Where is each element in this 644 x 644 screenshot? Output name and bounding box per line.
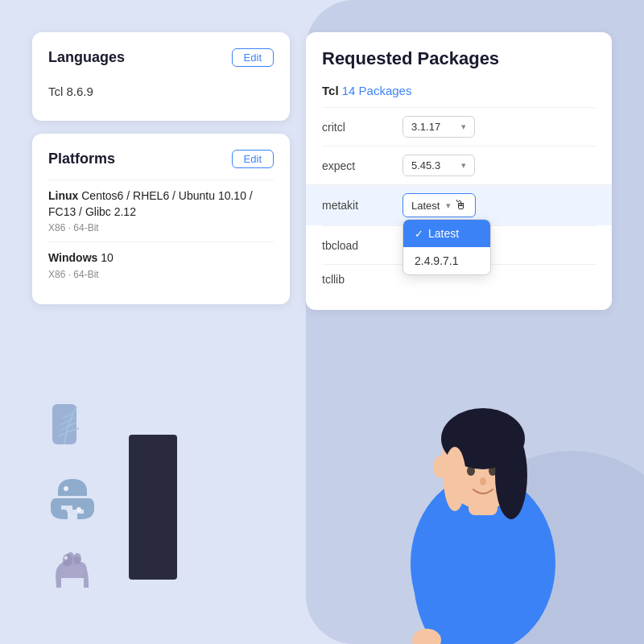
svg-point-4 [495,431,527,519]
package-row-critcl: critcl 3.1.17 ▾ [322,107,596,146]
svg-point-15 [76,507,81,512]
right-panel: Requested Packages Tcl 14 Packages critc… [306,32,612,310]
dropdown-item-label-2491: 2.4.9.7.1 [415,254,459,267]
package-row-expect: expect 5.45.3 ▾ [322,146,596,184]
version-select-expect[interactable]: 5.45.3 ▾ [402,155,475,176]
requested-packages-title: Requested Packages [322,48,596,69]
svg-point-16 [63,554,72,567]
version-value-metakit: Latest [411,200,440,212]
ui-panels: Languages Edit Tcl 8.6.9 Platforms Edit … [32,32,612,310]
svg-point-11 [489,466,497,476]
version-value-expect: 5.45.3 [411,159,440,171]
tcl-section-header: Tcl 14 Packages [322,84,596,97]
svg-point-5 [444,447,466,511]
platform-windows: Windows 10 X86 · 64-Bit [48,242,274,288]
tech-icons [48,402,97,596]
svg-point-10 [467,466,475,476]
platforms-card: Platforms Edit Linux Centos6 / RHEL6 / U… [32,134,290,304]
dropdown-item-latest[interactable]: ✓ Latest [403,220,490,247]
platform-windows-arch: X86 · 64-Bit [48,269,274,280]
perl-camel-icon [48,547,97,596]
person-illustration [370,306,596,644]
version-value-critcl: 3.1.17 [411,121,440,133]
tcl-name: Tcl [322,84,339,97]
dropdown-item-2491[interactable]: 2.4.9.7.1 [403,247,490,275]
tcl-count: 14 Packages [342,84,412,97]
svg-point-6 [433,456,449,478]
svg-point-18 [61,565,84,578]
version-select-metakit[interactable]: Latest ▾ 🖱 [402,193,476,217]
python-icon [48,475,97,523]
language-tcl: Tcl 8.6.9 [48,78,274,105]
monitor [129,435,177,580]
dropdown-wrapper-metakit: Latest ▾ 🖱 ✓ Latest 2.4.9.7.1 [402,193,476,217]
package-name-tcllib: tcllib [322,273,402,286]
platform-linux-arch: X86 · 64-Bit [48,222,274,233]
platform-linux-name: Linux Centos6 / RHEL6 / Ubuntu 10.10 / F… [48,188,274,220]
left-panel: Languages Edit Tcl 8.6.9 Platforms Edit … [32,32,290,310]
svg-point-19 [64,556,68,559]
platform-windows-bold: Windows [48,251,97,264]
languages-card: Languages Edit Tcl 8.6.9 [32,32,290,121]
platform-linux: Linux Centos6 / RHEL6 / Ubuntu 10.10 / F… [48,180,274,242]
package-name-tbcload: tbcload [322,239,402,252]
chevron-down-icon: ▾ [461,122,466,132]
version-select-critcl[interactable]: 3.1.17 ▾ [402,116,475,138]
svg-point-12 [480,477,486,485]
package-name-expect: expect [322,159,402,172]
languages-edit-button[interactable]: Edit [232,48,274,67]
chevron-down-icon: ▾ [446,200,451,211]
cursor-icon: 🖱 [454,198,467,213]
chevron-down-icon: ▾ [461,160,466,171]
languages-card-header: Languages Edit [48,48,274,67]
platform-windows-desc: 10 [101,251,114,264]
tcl-feather-icon [48,402,97,451]
platforms-edit-button[interactable]: Edit [232,150,274,168]
platform-linux-desc: Centos6 / RHEL6 / Ubuntu 10.10 / FC13 / … [48,189,253,218]
languages-title: Languages [48,49,125,66]
svg-point-17 [73,553,81,564]
package-row-metakit: metakit Latest ▾ 🖱 ✓ Latest 2.4.9.7.1 [306,184,612,225]
platform-windows-name: Windows 10 [48,250,274,266]
dropdown-item-label-latest: Latest [428,227,459,240]
platform-linux-bold: Linux [48,189,78,202]
package-name-metakit: metakit [322,199,402,212]
dropdown-menu-metakit: ✓ Latest 2.4.9.7.1 [402,219,491,275]
package-name-critcl: critcl [322,121,402,134]
svg-point-14 [64,486,68,491]
check-icon: ✓ [415,228,423,240]
platforms-card-header: Platforms Edit [48,150,274,168]
platforms-title: Platforms [48,151,115,167]
